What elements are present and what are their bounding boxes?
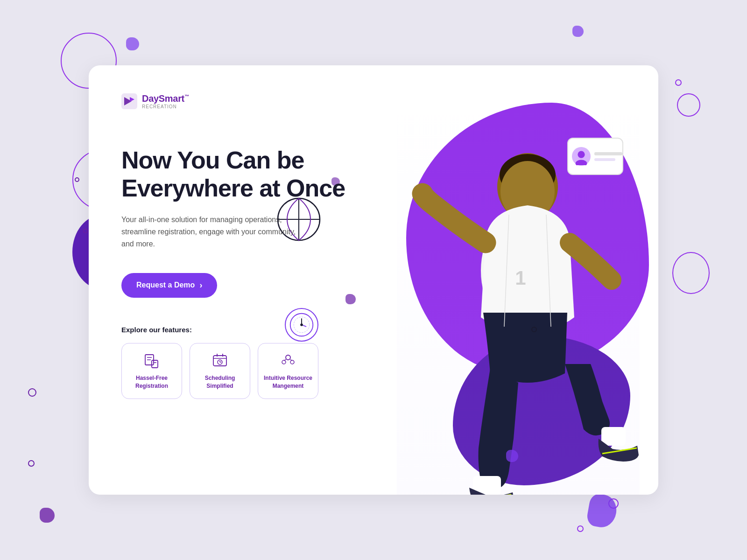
features-grid: Hassel-Free Registration Scheduling Simp… [121,343,345,399]
svg-point-29 [576,160,587,165]
profile-avatar [572,147,591,166]
feature-card-resource[interactable]: Intuitive Resource Mangement [258,343,318,399]
hero-title: Now You Can be Everywhere at Once [121,147,345,203]
features-label: Explore our features: [121,326,345,334]
bg-blob-top2 [572,26,584,37]
feature-card-scheduling[interactable]: Scheduling Simplified [190,343,250,399]
svg-text:1: 1 [515,267,526,289]
brand-trademark: ™ [184,94,189,99]
deco-dot-2 [75,177,79,182]
deco-blob-card3 [506,450,518,462]
deco-circle-topright [677,93,700,117]
resource-icon [280,352,296,369]
scheduling-icon [211,352,228,369]
svg-point-17 [290,360,294,364]
brand-name-text: DaySmart [142,93,184,104]
cta-arrow-icon: › [199,280,202,290]
deco-dot-bottom2 [577,525,584,532]
features-section: Explore our features: Hassel-Free Regist… [121,326,345,399]
deco-dot-right1 [675,79,682,86]
feature-label-registration: Hassel-Free Registration [127,374,177,390]
content-area: DaySmart™ Recreation Now You Can be Ever… [89,65,378,495]
logo: DaySmart™ Recreation [121,93,345,109]
feature-label-scheduling: Scheduling Simplified [195,374,245,390]
logo-icon [121,93,137,109]
logo-text: DaySmart™ Recreation [142,93,189,109]
registration-icon [143,352,160,369]
brand-name: DaySmart™ [142,93,189,104]
svg-rect-6 [152,360,158,368]
feature-card-registration[interactable]: Hassel-Free Registration [121,343,182,399]
cta-label: Request a Demo [136,281,195,289]
deco-dot-card1 [531,327,537,332]
svg-point-16 [282,360,286,364]
deco-circle-right2 [672,252,710,294]
brand-sub: Recreation [142,104,189,109]
hero-subtitle: Your all-in-one solution for managing op… [121,214,308,251]
bg-blob-bottomleft [40,508,55,523]
deco-dot-3 [28,388,36,397]
profile-card-widget [567,138,623,175]
deco-dot-4 [28,460,35,467]
svg-point-15 [286,355,290,360]
hero-title-line2: Everywhere at Once [121,175,345,202]
svg-point-28 [578,151,585,158]
feature-label-resource: Intuitive Resource Mangement [263,374,313,390]
deco-dot-1 [83,229,88,233]
profile-info [594,152,622,161]
main-card: DaySmart™ Recreation Now You Can be Ever… [89,65,658,495]
svg-rect-36 [601,427,626,446]
hero-title-line1: Now You Can be [121,147,304,174]
bg-blob-top1 [126,37,139,50]
request-demo-button[interactable]: Request a Demo › [121,273,217,298]
